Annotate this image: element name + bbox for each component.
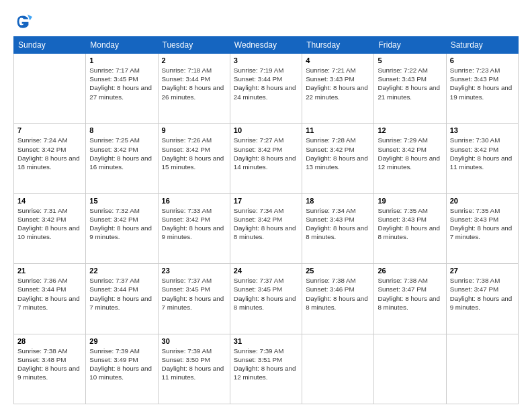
day-number: 9 bbox=[162, 126, 226, 134]
day-number: 8 bbox=[89, 126, 154, 134]
calendar-cell: 25Sunrise: 7:38 AM Sunset: 3:46 PM Dayli… bbox=[302, 264, 374, 334]
day-info: Sunrise: 7:29 AM Sunset: 3:42 PM Dayligh… bbox=[378, 136, 442, 171]
calendar-cell: 13Sunrise: 7:30 AM Sunset: 3:42 PM Dayli… bbox=[446, 124, 518, 193]
day-info: Sunrise: 7:38 AM Sunset: 3:47 PM Dayligh… bbox=[378, 276, 442, 312]
day-info: Sunrise: 7:31 AM Sunset: 3:42 PM Dayligh… bbox=[17, 206, 82, 242]
day-info: Sunrise: 7:25 AM Sunset: 3:42 PM Dayligh… bbox=[89, 136, 154, 171]
calendar-cell: 10Sunrise: 7:27 AM Sunset: 3:42 PM Dayli… bbox=[230, 124, 302, 193]
logo-icon bbox=[13, 12, 32, 31]
calendar-cell bbox=[302, 334, 374, 404]
calendar-cell: 15Sunrise: 7:32 AM Sunset: 3:42 PM Dayli… bbox=[86, 193, 158, 263]
week-row-2: 7Sunrise: 7:24 AM Sunset: 3:42 PM Daylig… bbox=[14, 124, 519, 193]
day-info: Sunrise: 7:35 AM Sunset: 3:43 PM Dayligh… bbox=[378, 206, 442, 242]
day-number: 15 bbox=[89, 197, 154, 205]
calendar-cell: 26Sunrise: 7:38 AM Sunset: 3:47 PM Dayli… bbox=[374, 264, 446, 334]
day-info: Sunrise: 7:17 AM Sunset: 3:45 PM Dayligh… bbox=[89, 66, 154, 101]
calendar-header-sunday: Sunday bbox=[14, 37, 86, 54]
calendar-cell: 11Sunrise: 7:28 AM Sunset: 3:42 PM Dayli… bbox=[302, 124, 374, 193]
calendar-header-saturday: Saturday bbox=[446, 37, 518, 54]
day-info: Sunrise: 7:18 AM Sunset: 3:44 PM Dayligh… bbox=[162, 66, 226, 101]
day-number: 13 bbox=[450, 126, 515, 134]
calendar-header-friday: Friday bbox=[374, 37, 446, 54]
calendar-cell: 19Sunrise: 7:35 AM Sunset: 3:43 PM Dayli… bbox=[374, 193, 446, 263]
calendar-cell: 3Sunrise: 7:19 AM Sunset: 3:44 PM Daylig… bbox=[230, 54, 302, 124]
day-number: 30 bbox=[162, 337, 226, 345]
day-number: 29 bbox=[89, 337, 154, 345]
day-info: Sunrise: 7:34 AM Sunset: 3:42 PM Dayligh… bbox=[234, 206, 298, 242]
calendar-cell: 18Sunrise: 7:34 AM Sunset: 3:43 PM Dayli… bbox=[302, 193, 374, 263]
day-number: 18 bbox=[306, 197, 370, 205]
calendar-header-thursday: Thursday bbox=[302, 37, 374, 54]
day-info: Sunrise: 7:33 AM Sunset: 3:42 PM Dayligh… bbox=[162, 206, 226, 242]
calendar-header-wednesday: Wednesday bbox=[230, 37, 302, 54]
day-number: 22 bbox=[89, 267, 154, 275]
calendar-header-row: SundayMondayTuesdayWednesdayThursdayFrid… bbox=[14, 37, 519, 54]
day-info: Sunrise: 7:27 AM Sunset: 3:42 PM Dayligh… bbox=[234, 136, 298, 171]
day-number: 1 bbox=[89, 56, 154, 64]
calendar-cell: 24Sunrise: 7:37 AM Sunset: 3:45 PM Dayli… bbox=[230, 264, 302, 334]
svg-marker-0 bbox=[28, 15, 32, 21]
calendar-table: SundayMondayTuesdayWednesdayThursdayFrid… bbox=[13, 36, 519, 404]
day-number: 16 bbox=[162, 197, 226, 205]
day-info: Sunrise: 7:37 AM Sunset: 3:44 PM Dayligh… bbox=[89, 276, 154, 312]
day-number: 25 bbox=[306, 267, 370, 275]
day-info: Sunrise: 7:36 AM Sunset: 3:44 PM Dayligh… bbox=[17, 276, 82, 312]
calendar-cell: 7Sunrise: 7:24 AM Sunset: 3:42 PM Daylig… bbox=[14, 124, 86, 193]
day-info: Sunrise: 7:34 AM Sunset: 3:43 PM Dayligh… bbox=[306, 206, 370, 242]
day-info: Sunrise: 7:19 AM Sunset: 3:44 PM Dayligh… bbox=[234, 66, 298, 101]
calendar-cell: 27Sunrise: 7:38 AM Sunset: 3:47 PM Dayli… bbox=[446, 264, 518, 334]
header bbox=[13, 12, 519, 31]
day-number: 23 bbox=[162, 267, 226, 275]
week-row-4: 21Sunrise: 7:36 AM Sunset: 3:44 PM Dayli… bbox=[14, 264, 519, 334]
day-info: Sunrise: 7:30 AM Sunset: 3:42 PM Dayligh… bbox=[450, 136, 515, 171]
calendar-cell: 28Sunrise: 7:38 AM Sunset: 3:48 PM Dayli… bbox=[14, 334, 86, 404]
day-info: Sunrise: 7:39 AM Sunset: 3:50 PM Dayligh… bbox=[162, 347, 226, 382]
day-number: 11 bbox=[306, 126, 370, 134]
day-number: 3 bbox=[234, 56, 298, 64]
calendar-cell: 2Sunrise: 7:18 AM Sunset: 3:44 PM Daylig… bbox=[158, 54, 230, 124]
day-info: Sunrise: 7:22 AM Sunset: 3:43 PM Dayligh… bbox=[378, 66, 442, 101]
day-number: 14 bbox=[17, 197, 82, 205]
calendar-cell: 8Sunrise: 7:25 AM Sunset: 3:42 PM Daylig… bbox=[86, 124, 158, 193]
day-info: Sunrise: 7:32 AM Sunset: 3:42 PM Dayligh… bbox=[89, 206, 154, 242]
day-number: 7 bbox=[17, 126, 82, 134]
day-info: Sunrise: 7:23 AM Sunset: 3:43 PM Dayligh… bbox=[450, 66, 515, 101]
calendar-cell: 14Sunrise: 7:31 AM Sunset: 3:42 PM Dayli… bbox=[14, 193, 86, 263]
day-info: Sunrise: 7:38 AM Sunset: 3:47 PM Dayligh… bbox=[450, 276, 515, 312]
calendar-cell bbox=[374, 334, 446, 404]
day-number: 21 bbox=[17, 267, 82, 275]
calendar-header-tuesday: Tuesday bbox=[158, 37, 230, 54]
week-row-1: 1Sunrise: 7:17 AM Sunset: 3:45 PM Daylig… bbox=[14, 54, 519, 124]
day-number: 4 bbox=[306, 56, 370, 64]
calendar-cell bbox=[14, 54, 86, 124]
day-number: 31 bbox=[234, 337, 298, 345]
day-info: Sunrise: 7:38 AM Sunset: 3:46 PM Dayligh… bbox=[306, 276, 370, 312]
calendar-cell: 23Sunrise: 7:37 AM Sunset: 3:45 PM Dayli… bbox=[158, 264, 230, 334]
calendar-cell: 21Sunrise: 7:36 AM Sunset: 3:44 PM Dayli… bbox=[14, 264, 86, 334]
calendar-cell: 5Sunrise: 7:22 AM Sunset: 3:43 PM Daylig… bbox=[374, 54, 446, 124]
calendar-cell: 29Sunrise: 7:39 AM Sunset: 3:49 PM Dayli… bbox=[86, 334, 158, 404]
day-number: 24 bbox=[234, 267, 298, 275]
day-info: Sunrise: 7:39 AM Sunset: 3:49 PM Dayligh… bbox=[89, 347, 154, 382]
day-number: 12 bbox=[378, 126, 442, 134]
day-number: 5 bbox=[378, 56, 442, 64]
calendar-cell: 30Sunrise: 7:39 AM Sunset: 3:50 PM Dayli… bbox=[158, 334, 230, 404]
day-info: Sunrise: 7:21 AM Sunset: 3:43 PM Dayligh… bbox=[306, 66, 370, 101]
day-info: Sunrise: 7:35 AM Sunset: 3:43 PM Dayligh… bbox=[450, 206, 515, 242]
calendar-cell: 22Sunrise: 7:37 AM Sunset: 3:44 PM Dayli… bbox=[86, 264, 158, 334]
calendar-cell: 1Sunrise: 7:17 AM Sunset: 3:45 PM Daylig… bbox=[86, 54, 158, 124]
calendar-cell: 9Sunrise: 7:26 AM Sunset: 3:42 PM Daylig… bbox=[158, 124, 230, 193]
calendar-cell: 16Sunrise: 7:33 AM Sunset: 3:42 PM Dayli… bbox=[158, 193, 230, 263]
day-number: 19 bbox=[378, 197, 442, 205]
day-info: Sunrise: 7:24 AM Sunset: 3:42 PM Dayligh… bbox=[17, 136, 82, 171]
day-number: 28 bbox=[17, 337, 82, 345]
calendar-header-monday: Monday bbox=[86, 37, 158, 54]
day-info: Sunrise: 7:37 AM Sunset: 3:45 PM Dayligh… bbox=[162, 276, 226, 312]
logo bbox=[13, 12, 35, 31]
day-number: 10 bbox=[234, 126, 298, 134]
calendar-cell: 31Sunrise: 7:39 AM Sunset: 3:51 PM Dayli… bbox=[230, 334, 302, 404]
day-info: Sunrise: 7:38 AM Sunset: 3:48 PM Dayligh… bbox=[17, 347, 82, 382]
calendar-cell: 6Sunrise: 7:23 AM Sunset: 3:43 PM Daylig… bbox=[446, 54, 518, 124]
week-row-3: 14Sunrise: 7:31 AM Sunset: 3:42 PM Dayli… bbox=[14, 193, 519, 263]
week-row-5: 28Sunrise: 7:38 AM Sunset: 3:48 PM Dayli… bbox=[14, 334, 519, 404]
